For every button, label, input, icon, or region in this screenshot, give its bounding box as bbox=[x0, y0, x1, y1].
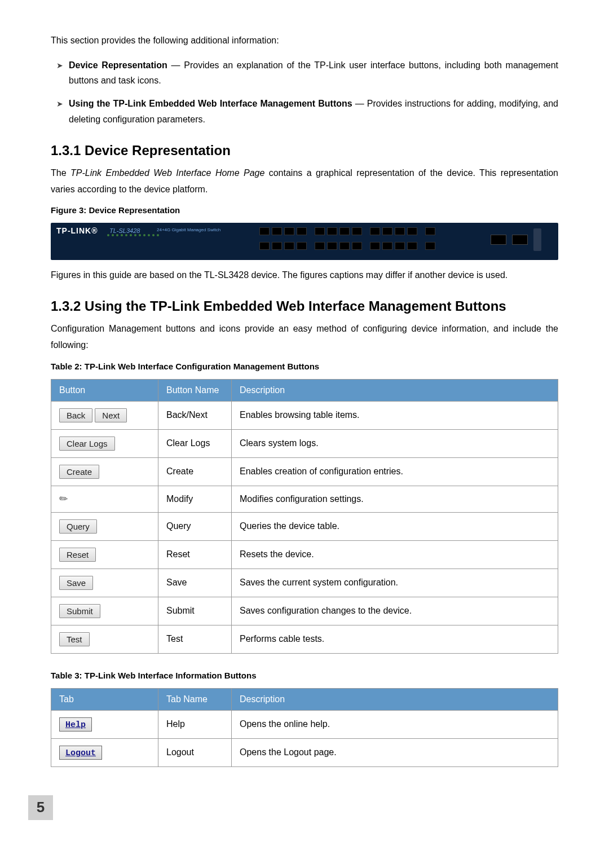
table-row: TestTestPerforms cable tests. bbox=[51, 625, 558, 653]
table-3-caption: Table 3: TP-Link Web Interface Informati… bbox=[51, 671, 558, 680]
submit-button[interactable]: Submit bbox=[59, 604, 100, 618]
table-row: ✎ModifyModifies configuration settings. bbox=[51, 486, 558, 512]
table-2-header-desc: Description bbox=[232, 379, 558, 401]
save-button[interactable]: Save bbox=[59, 576, 93, 590]
table-2-header-button: Button bbox=[51, 379, 158, 401]
button-cell: ✎ bbox=[51, 486, 158, 512]
button-name-cell: Back/Next bbox=[158, 401, 232, 429]
button-desc-cell: Performs cable tests. bbox=[232, 625, 558, 653]
device-brand: TP-LINK® bbox=[56, 226, 98, 235]
button-desc-cell: Queries the device table. bbox=[232, 512, 558, 540]
table-row: Clear LogsClear LogsClears system logs. bbox=[51, 429, 558, 457]
reset-button[interactable]: Reset bbox=[59, 548, 96, 562]
button-name-cell: Modify bbox=[158, 486, 232, 512]
tab-desc-cell: Opens the online help. bbox=[232, 710, 558, 738]
button-name-cell: Query bbox=[158, 512, 232, 540]
button-cell: BackNext bbox=[51, 401, 158, 429]
figure-3-caption: Figure 3: Device Representation bbox=[51, 205, 558, 215]
help-link-button[interactable]: Help bbox=[59, 717, 92, 732]
button-desc-cell: Saves configuration changes to the devic… bbox=[232, 597, 558, 625]
table-row: CreateCreateEnables creation of configur… bbox=[51, 457, 558, 486]
button-name-cell: Save bbox=[158, 569, 232, 597]
bullet-dash: — bbox=[167, 60, 184, 70]
bullet-title: Using the TP-Link Embedded Web Interface… bbox=[69, 99, 352, 108]
section-131-para: The TP-Link Embedded Web Interface Home … bbox=[51, 165, 558, 198]
button-cell: Test bbox=[51, 625, 158, 653]
section-heading-132: 1.3.2 Using the TP-Link Embedded Web Int… bbox=[51, 298, 558, 314]
button-desc-cell: Clears system logs. bbox=[232, 429, 558, 457]
table-3-header-desc: Description bbox=[232, 688, 558, 710]
button-name-cell: Clear Logs bbox=[158, 429, 232, 457]
table-2: Button Button Name Description BackNextB… bbox=[51, 379, 558, 654]
device-representation-figure: TP-LINK® TL-SL3428 24+4G Gigabit Managed… bbox=[51, 223, 558, 260]
table-row: LogoutLogoutOpens the Logout page. bbox=[51, 738, 558, 766]
intro-text: This section provides the following addi… bbox=[51, 34, 558, 47]
bullet-item: ➤ Device Representation — Provides an ex… bbox=[56, 58, 558, 88]
logout-link-button[interactable]: Logout bbox=[59, 746, 102, 760]
table-3-header-tab: Tab bbox=[51, 688, 158, 710]
back-button[interactable]: Back bbox=[59, 408, 92, 422]
page-number-box: 5 bbox=[28, 795, 53, 820]
table-row: HelpHelpOpens the online help. bbox=[51, 710, 558, 738]
tab-name-cell: Help bbox=[158, 710, 232, 738]
bullet-dash: — bbox=[352, 99, 367, 108]
bullet-list: ➤ Device Representation — Provides an ex… bbox=[56, 58, 558, 127]
query-button[interactable]: Query bbox=[59, 519, 97, 534]
table-row: SubmitSubmitSaves configuration changes … bbox=[51, 597, 558, 625]
tab-cell: Help bbox=[51, 710, 158, 738]
para-text: The bbox=[51, 168, 70, 178]
device-desc: 24+4G Gigabit Managed Switch bbox=[157, 227, 220, 232]
button-cell: Submit bbox=[51, 597, 158, 625]
bullet-title: Device Representation bbox=[69, 60, 167, 70]
device-model: TL-SL3428 bbox=[109, 227, 140, 234]
button-name-cell: Test bbox=[158, 625, 232, 653]
bullet-item: ➤ Using the TP-Link Embedded Web Interfa… bbox=[56, 96, 558, 126]
section-heading-131: 1.3.1 Device Representation bbox=[51, 143, 558, 158]
button-desc-cell: Enables creation of configuration entrie… bbox=[232, 457, 558, 486]
table-3: Tab Tab Name Description HelpHelpOpens t… bbox=[51, 688, 558, 767]
page-number: 5 bbox=[37, 799, 45, 816]
next-button[interactable]: Next bbox=[95, 408, 127, 422]
pencil-icon[interactable]: ✎ bbox=[56, 491, 71, 506]
button-desc-cell: Modifies configuration settings. bbox=[232, 486, 558, 512]
create-button[interactable]: Create bbox=[59, 465, 99, 479]
figure-note: Figures in this guide are based on the T… bbox=[51, 268, 558, 283]
tab-name-cell: Logout bbox=[158, 738, 232, 766]
table-row: QueryQueryQueries the device table. bbox=[51, 512, 558, 540]
table-row: SaveSaveSaves the current system configu… bbox=[51, 569, 558, 597]
para-italic: TP-Link Embedded Web Interface Home Page bbox=[70, 168, 264, 178]
section-132-para: Configuration Management buttons and ico… bbox=[51, 321, 558, 354]
button-cell: Query bbox=[51, 512, 158, 540]
test-button[interactable]: Test bbox=[59, 632, 90, 646]
table-row: BackNextBack/NextEnables browsing table … bbox=[51, 401, 558, 429]
button-cell: Clear Logs bbox=[51, 429, 158, 457]
button-desc-cell: Resets the device. bbox=[232, 540, 558, 569]
button-cell: Create bbox=[51, 457, 158, 486]
tab-desc-cell: Opens the Logout page. bbox=[232, 738, 558, 766]
table-row: ResetResetResets the device. bbox=[51, 540, 558, 569]
button-name-cell: Create bbox=[158, 457, 232, 486]
table-2-caption: Table 2: TP-Link Web Interface Configura… bbox=[51, 362, 558, 371]
button-desc-cell: Enables browsing table items. bbox=[232, 401, 558, 429]
button-desc-cell: Saves the current system configuration. bbox=[232, 569, 558, 597]
bullet-arrow-icon: ➤ bbox=[56, 98, 63, 126]
button-name-cell: Submit bbox=[158, 597, 232, 625]
button-cell: Reset bbox=[51, 540, 158, 569]
button-cell: Save bbox=[51, 569, 158, 597]
button-name-cell: Reset bbox=[158, 540, 232, 569]
table-2-header-name: Button Name bbox=[158, 379, 232, 401]
table-3-header-name: Tab Name bbox=[158, 688, 232, 710]
bullet-arrow-icon: ➤ bbox=[56, 59, 63, 88]
clear-logs-button[interactable]: Clear Logs bbox=[59, 437, 115, 451]
tab-cell: Logout bbox=[51, 738, 158, 766]
